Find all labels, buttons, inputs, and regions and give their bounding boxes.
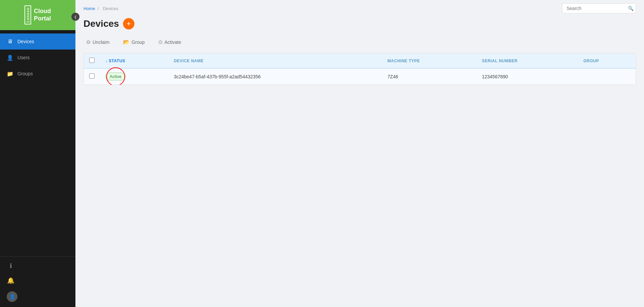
device-name-col-label: DEVICE NAME (174, 59, 203, 63)
activate-button[interactable]: ⊙ Activate (156, 37, 184, 47)
activate-label: Activate (165, 40, 181, 45)
toolbar: ⊖ Unclaim 📂 Group ⊙ Activate (83, 35, 636, 49)
row-serial-number: 1234567890 (476, 68, 578, 85)
status-badge: Active (105, 73, 126, 80)
unclaim-label: Unclaim (93, 40, 110, 45)
col-serial-number[interactable]: SERIAL NUMBER (476, 54, 578, 68)
lenovo-logo-text: Lenovo (24, 5, 31, 24)
search-input[interactable] (567, 6, 625, 11)
sidebar-nav: 🖥 Devices 👤 Users 📁 Groups (0, 30, 75, 256)
devices-icon: 🖥 (7, 38, 13, 45)
page-header: Devices + (83, 17, 636, 29)
search-box[interactable]: 🔍 (562, 3, 636, 13)
row-group (578, 68, 636, 85)
page-content: Devices + ⊖ Unclaim 📂 Group ⊙ Activate (75, 17, 644, 307)
sidebar-item-users[interactable]: 👤 Users (0, 50, 75, 66)
main-content: Home / Devices 🔍 Devices + ⊖ Unclaim 📂 G… (75, 0, 644, 307)
search-icon: 🔍 (628, 6, 634, 11)
devices-table: ↓ STATUS DEVICE NAME MACHINE TYPE SERIAL… (84, 54, 636, 85)
select-all-checkbox[interactable] (89, 58, 95, 63)
breadcrumb-separator: / (98, 6, 99, 11)
topbar: Home / Devices 🔍 (75, 0, 644, 17)
row-status-cell: Active (100, 68, 168, 85)
unclaim-icon: ⊖ (86, 39, 91, 45)
row-checkbox[interactable] (89, 73, 95, 79)
sort-arrow-icon: ↓ (105, 59, 108, 63)
activate-icon: ⊙ (158, 39, 163, 45)
info-icon[interactable]: ℹ (7, 262, 15, 270)
table-row[interactable]: Active 3c24be47-b5af-437b-955f-a2ad54432… (84, 68, 636, 85)
sidebar-logo: Lenovo Cloud Portal (0, 0, 75, 30)
page-title: Devices (83, 18, 119, 29)
portal-name: Cloud Portal (34, 8, 51, 22)
group-label: Group (132, 40, 145, 45)
sidebar-item-devices[interactable]: 🖥 Devices (0, 33, 75, 50)
groups-icon: 📁 (7, 70, 13, 77)
row-checkbox-cell[interactable] (84, 68, 100, 85)
col-machine-type[interactable]: MACHINE TYPE (382, 54, 477, 68)
row-device-name: 3c24be47-b5af-437b-955f-a2ad54432356 (168, 68, 382, 85)
sidebar-item-groups[interactable]: 📁 Groups (0, 66, 75, 82)
select-all-header[interactable] (84, 54, 100, 68)
sidebar-bottom: ℹ 🔔 👤 (0, 256, 75, 307)
sidebar-item-users-label: Users (17, 55, 30, 60)
table-header: ↓ STATUS DEVICE NAME MACHINE TYPE SERIAL… (84, 54, 636, 68)
machine-type-col-label: MACHINE TYPE (388, 59, 420, 63)
sidebar-item-devices-label: Devices (17, 39, 34, 44)
serial-number-col-label: SERIAL NUMBER (482, 59, 517, 63)
sidebar-item-groups-label: Groups (17, 71, 33, 76)
table-body: Active 3c24be47-b5af-437b-955f-a2ad54432… (84, 68, 636, 85)
sidebar: Lenovo Cloud Portal ❮ 🖥 Devices 👤 Users … (0, 0, 75, 307)
group-icon: 📂 (123, 39, 130, 45)
breadcrumb-current: Devices (103, 6, 118, 11)
breadcrumb-home[interactable]: Home (83, 6, 95, 11)
add-device-button[interactable]: + (123, 18, 134, 29)
user-avatar[interactable]: 👤 (7, 291, 17, 302)
sidebar-collapse-button[interactable]: ❮ (71, 13, 79, 21)
row-machine-type: 7Z46 (382, 68, 477, 85)
col-group[interactable]: GROUP (578, 54, 636, 68)
status-col-label: STATUS (109, 59, 125, 63)
group-button[interactable]: 📂 Group (120, 37, 148, 47)
breadcrumb: Home / Devices (83, 6, 120, 11)
bell-icon[interactable]: 🔔 (7, 277, 15, 285)
col-status[interactable]: ↓ STATUS (100, 54, 168, 68)
group-col-label: GROUP (583, 59, 599, 63)
users-icon: 👤 (7, 54, 13, 61)
devices-table-container: ↓ STATUS DEVICE NAME MACHINE TYPE SERIAL… (83, 53, 636, 85)
col-device-name[interactable]: DEVICE NAME (168, 54, 382, 68)
unclaim-button[interactable]: ⊖ Unclaim (83, 37, 112, 47)
